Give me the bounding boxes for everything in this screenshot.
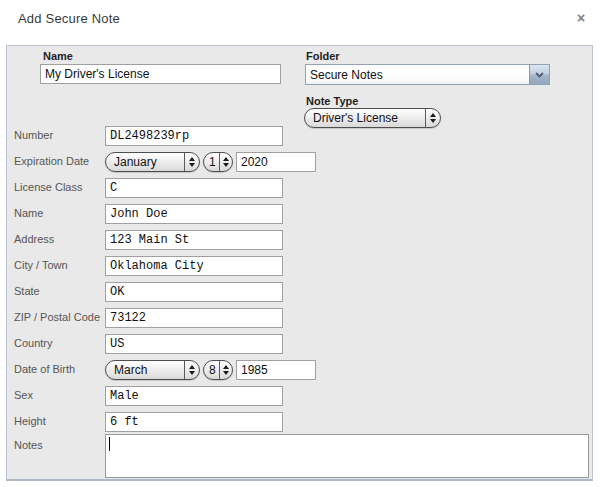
address-label: Address bbox=[14, 233, 54, 245]
height-input[interactable] bbox=[105, 412, 283, 432]
expiration-date-label: Expiration Date bbox=[14, 155, 89, 167]
state-label: State bbox=[14, 285, 40, 297]
height-label: Height bbox=[14, 415, 46, 427]
city-label: City / Town bbox=[14, 259, 68, 271]
expiration-month-value: January bbox=[106, 155, 184, 169]
close-icon[interactable]: × bbox=[572, 9, 590, 27]
note-type-popup[interactable]: Driver's License bbox=[304, 108, 441, 128]
dropdown-arrow-icon[interactable] bbox=[529, 65, 549, 84]
dob-day-popup[interactable]: 8 bbox=[203, 360, 233, 380]
sex-label: Sex bbox=[14, 389, 33, 401]
holder-name-label: Name bbox=[14, 207, 43, 219]
holder-name-input[interactable] bbox=[105, 204, 283, 224]
zip-label: ZIP / Postal Code bbox=[14, 311, 100, 323]
note-type-value: Driver's License bbox=[305, 111, 425, 125]
stepper-arrows-icon bbox=[219, 361, 232, 379]
license-class-label: License Class bbox=[14, 181, 82, 193]
note-type-section-label: Note Type bbox=[306, 95, 358, 107]
state-input[interactable] bbox=[105, 282, 283, 302]
country-input[interactable] bbox=[105, 334, 283, 354]
stepper-arrows-icon bbox=[425, 109, 440, 127]
dialog-title: Add Secure Note bbox=[18, 11, 120, 26]
stepper-arrows-icon bbox=[184, 361, 199, 379]
folder-section-label: Folder bbox=[306, 50, 340, 62]
dob-month-popup[interactable]: March bbox=[105, 360, 200, 380]
dob-year-input[interactable] bbox=[236, 360, 316, 380]
folder-input[interactable] bbox=[306, 65, 529, 84]
zip-input[interactable] bbox=[105, 308, 283, 328]
dob-month-value: March bbox=[106, 363, 184, 377]
expiration-month-popup[interactable]: January bbox=[105, 152, 200, 172]
country-label: Country bbox=[14, 337, 53, 349]
city-input[interactable] bbox=[105, 256, 283, 276]
notes-textarea[interactable] bbox=[105, 434, 589, 478]
stepper-arrows-icon bbox=[219, 153, 232, 171]
folder-combobox[interactable] bbox=[305, 64, 550, 85]
number-label: Number bbox=[14, 129, 53, 141]
number-input[interactable] bbox=[105, 126, 283, 146]
stepper-arrows-icon bbox=[184, 153, 199, 171]
name-section-label: Name bbox=[43, 50, 73, 62]
form-panel: Name Folder Note Type Driver's License N… bbox=[6, 45, 593, 481]
sex-input[interactable] bbox=[105, 386, 283, 406]
expiration-year-input[interactable] bbox=[236, 152, 316, 172]
dob-day-value: 8 bbox=[204, 363, 219, 377]
expiration-day-popup[interactable]: 1 bbox=[203, 152, 233, 172]
expiration-day-value: 1 bbox=[204, 155, 219, 169]
address-input[interactable] bbox=[105, 230, 283, 250]
dob-label: Date of Birth bbox=[14, 363, 75, 375]
note-name-input[interactable] bbox=[40, 64, 281, 84]
text-caret bbox=[109, 437, 110, 451]
notes-label: Notes bbox=[14, 439, 43, 451]
license-class-input[interactable] bbox=[105, 178, 283, 198]
